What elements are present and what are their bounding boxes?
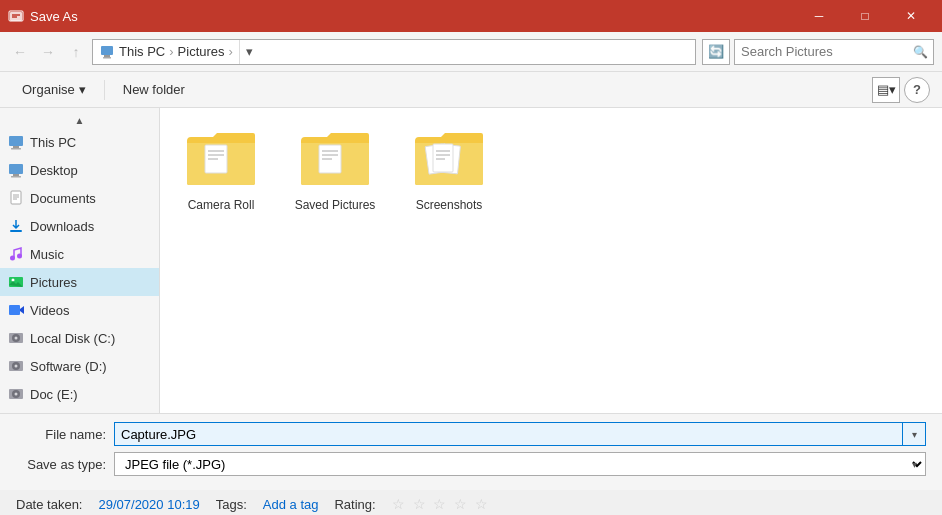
computer-icon (99, 44, 115, 60)
computer-icon (8, 134, 24, 150)
toolbar-right: ▤ ▾ ? (872, 77, 930, 103)
videos-icon (8, 302, 24, 318)
organise-arrow: ▾ (79, 82, 86, 97)
sidebar-item-videos[interactable]: Videos (0, 296, 159, 324)
filename-row: File name: ▾ (16, 422, 926, 446)
disk-icon (8, 386, 24, 402)
savetype-select[interactable]: JPEG file (*.JPG) (114, 452, 926, 476)
svg-rect-10 (9, 164, 23, 174)
sidebar-label-music: Music (30, 247, 64, 262)
svg-rect-22 (9, 305, 20, 315)
address-box[interactable]: This PC › Pictures › ▾ (92, 39, 696, 65)
sidebar-label-doc-e: Doc (E:) (30, 387, 78, 402)
date-taken-label: Date taken: (16, 497, 83, 512)
help-button[interactable]: ? (904, 77, 930, 103)
filename-label: File name: (16, 427, 106, 442)
search-input[interactable] (741, 44, 909, 59)
sidebar-label-local-disk-c: Local Disk (C:) (30, 331, 115, 346)
svg-point-28 (15, 365, 18, 368)
savetype-label: Save as type: (16, 457, 106, 472)
svg-rect-48 (433, 144, 453, 172)
sidebar-scroll-up[interactable]: ▲ (0, 112, 159, 128)
disk-icon (8, 358, 24, 374)
tags-add[interactable]: Add a tag (263, 497, 319, 512)
sidebar-label-downloads: Downloads (30, 219, 94, 234)
sidebar-item-desktop[interactable]: Desktop (0, 156, 159, 184)
svg-point-31 (15, 393, 18, 396)
sidebar-item-doc-e[interactable]: Doc (E:) (0, 380, 159, 408)
view-arrow: ▾ (889, 82, 896, 97)
title-bar-icon (8, 8, 24, 24)
breadcrumb-this-pc[interactable]: This PC (119, 44, 165, 59)
svg-point-25 (15, 337, 18, 340)
svg-rect-17 (10, 230, 22, 232)
desktop-icon (8, 162, 24, 178)
file-grid: Camera Roll Saved Pictures Screenshots (176, 124, 926, 212)
close-button[interactable]: ✕ (888, 0, 934, 32)
documents-icon (8, 190, 24, 206)
svg-rect-9 (11, 148, 21, 150)
bottom-panel: File name: ▾ Save as type: JPEG file (*.… (0, 413, 942, 490)
folder-label-saved-pictures: Saved Pictures (295, 198, 376, 212)
address-breadcrumb: This PC › Pictures › (119, 44, 235, 59)
file-item-screenshots[interactable]: Screenshots (404, 124, 494, 212)
sidebar-item-this-pc[interactable]: This PC (0, 128, 159, 156)
breadcrumb-pictures[interactable]: Pictures (178, 44, 225, 59)
svg-rect-6 (103, 57, 111, 59)
sidebar-label-documents: Documents (30, 191, 96, 206)
sidebar-item-local-disk-c[interactable]: Local Disk (C:) (0, 324, 159, 352)
file-area[interactable]: Camera Roll Saved Pictures Screenshots (160, 108, 942, 413)
address-dropdown-arrow[interactable]: ▾ (239, 40, 259, 64)
main-content: ▲ This PC Desktop Documents Downloads Mu… (0, 108, 942, 413)
title-bar-title: Save As (30, 9, 796, 24)
minimize-button[interactable]: ─ (796, 0, 842, 32)
organise-label: Organise (22, 82, 75, 97)
svg-rect-5 (104, 55, 110, 57)
search-box[interactable]: 🔍 (734, 39, 934, 65)
folder-icon-saved-pictures (295, 124, 375, 194)
title-bar-controls: ─ □ ✕ (796, 0, 934, 32)
svg-rect-4 (101, 46, 113, 55)
toolbar: Organise ▾ New folder ▤ ▾ ? (0, 72, 942, 108)
view-icon: ▤ (877, 82, 889, 97)
maximize-button[interactable]: □ (842, 0, 888, 32)
svg-rect-12 (11, 176, 21, 178)
sidebar-item-software-d[interactable]: Software (D:) (0, 352, 159, 380)
back-button[interactable]: ← (8, 40, 32, 64)
music-icon (8, 246, 24, 262)
search-icon[interactable]: 🔍 (913, 45, 928, 59)
sidebar-label-pictures: Pictures (30, 275, 77, 290)
filename-input-wrap: ▾ (114, 422, 926, 446)
svg-point-19 (17, 254, 22, 259)
svg-rect-7 (9, 136, 23, 146)
sidebar-item-music[interactable]: Music (0, 240, 159, 268)
file-item-saved-pictures[interactable]: Saved Pictures (290, 124, 380, 212)
toolbar-separator (104, 80, 105, 100)
new-folder-label: New folder (123, 82, 185, 97)
sidebar-item-documents[interactable]: Documents (0, 184, 159, 212)
up-button[interactable]: ↑ (64, 40, 88, 64)
file-item-camera-roll[interactable]: Camera Roll (176, 124, 266, 212)
new-folder-button[interactable]: New folder (113, 76, 195, 104)
sidebar-item-downloads[interactable]: Downloads (0, 212, 159, 240)
pictures-icon (8, 274, 24, 290)
filename-input[interactable] (114, 422, 926, 446)
sidebar-item-pictures[interactable]: Pictures (0, 268, 159, 296)
view-button[interactable]: ▤ ▾ (872, 77, 900, 103)
refresh-button[interactable]: 🔄 (702, 39, 730, 65)
forward-button[interactable]: → (36, 40, 60, 64)
downloads-icon (8, 218, 24, 234)
sidebar-item-local-disk-f[interactable]: Local Disk (F:) (0, 408, 159, 413)
folder-label-camera-roll: Camera Roll (188, 198, 255, 212)
sidebar-label-videos: Videos (30, 303, 70, 318)
folder-label-screenshots: Screenshots (416, 198, 483, 212)
sidebar-label-software-d: Software (D:) (30, 359, 107, 374)
organise-button[interactable]: Organise ▾ (12, 76, 96, 104)
sidebar: ▲ This PC Desktop Documents Downloads Mu… (0, 108, 160, 413)
title-bar: Save As ─ □ ✕ (0, 0, 942, 32)
sidebar-label-this-pc: This PC (30, 135, 76, 150)
savetype-select-wrap: JPEG file (*.JPG) ▾ (114, 452, 926, 476)
sidebar-items: This PC Desktop Documents Downloads Musi… (0, 128, 159, 413)
rating-stars[interactable]: ☆ ☆ ☆ ☆ ☆ (392, 496, 491, 512)
savetype-row: Save as type: JPEG file (*.JPG) ▾ (16, 452, 926, 476)
